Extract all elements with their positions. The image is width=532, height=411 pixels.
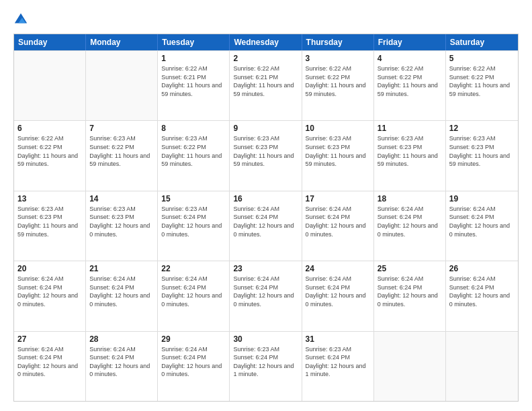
header-day-monday: Monday [86, 34, 158, 50]
day-info: Sunrise: 6:22 AM Sunset: 6:22 PM Dayligh… [378, 64, 442, 98]
day-info: Sunrise: 6:23 AM Sunset: 6:23 PM Dayligh… [306, 134, 370, 168]
empty-cell [86, 51, 158, 120]
day-number: 11 [378, 124, 442, 133]
day-number: 12 [449, 124, 515, 133]
day-cell-17: 17Sunrise: 6:24 AM Sunset: 6:24 PM Dayli… [302, 191, 374, 261]
week-row-3: 13Sunrise: 6:23 AM Sunset: 6:23 PM Dayli… [14, 191, 518, 261]
day-info: Sunrise: 6:24 AM Sunset: 6:24 PM Dayligh… [233, 205, 298, 238]
day-cell-3: 3Sunrise: 6:22 AM Sunset: 6:22 PM Daylig… [302, 51, 374, 120]
day-info: Sunrise: 6:24 AM Sunset: 6:24 PM Dayligh… [449, 205, 515, 238]
day-number: 16 [233, 194, 298, 203]
day-cell-24: 24Sunrise: 6:24 AM Sunset: 6:24 PM Dayli… [302, 261, 374, 330]
logo-icon [13, 12, 28, 27]
week-row-2: 6Sunrise: 6:22 AM Sunset: 6:22 PM Daylig… [14, 120, 518, 190]
calendar-grid: SundayMondayTuesdayWednesdayThursdayFrid… [13, 34, 519, 402]
day-cell-20: 20Sunrise: 6:24 AM Sunset: 6:24 PM Dayli… [14, 261, 86, 330]
day-info: Sunrise: 6:24 AM Sunset: 6:24 PM Dayligh… [378, 205, 442, 238]
header-day-sunday: Sunday [14, 34, 86, 50]
day-info: Sunrise: 6:22 AM Sunset: 6:22 PM Dayligh… [17, 134, 82, 168]
day-info: Sunrise: 6:24 AM Sunset: 6:24 PM Dayligh… [233, 275, 298, 308]
day-info: Sunrise: 6:23 AM Sunset: 6:22 PM Dayligh… [161, 134, 226, 168]
day-cell-1: 1Sunrise: 6:22 AM Sunset: 6:21 PM Daylig… [158, 51, 230, 120]
day-number: 25 [378, 264, 442, 273]
day-cell-28: 28Sunrise: 6:24 AM Sunset: 6:24 PM Dayli… [86, 332, 158, 401]
day-info: Sunrise: 6:23 AM Sunset: 6:22 PM Dayligh… [89, 134, 154, 168]
day-number: 13 [17, 194, 82, 203]
day-number: 23 [233, 264, 298, 273]
day-number: 20 [17, 264, 82, 273]
week-row-1: 1Sunrise: 6:22 AM Sunset: 6:21 PM Daylig… [14, 50, 518, 120]
day-info: Sunrise: 6:24 AM Sunset: 6:24 PM Dayligh… [378, 275, 442, 308]
day-number: 9 [233, 124, 298, 133]
day-number: 2 [233, 54, 298, 63]
day-info: Sunrise: 6:24 AM Sunset: 6:24 PM Dayligh… [17, 345, 82, 379]
day-info: Sunrise: 6:22 AM Sunset: 6:22 PM Dayligh… [306, 64, 370, 98]
header-day-tuesday: Tuesday [158, 34, 230, 50]
day-info: Sunrise: 6:23 AM Sunset: 6:23 PM Dayligh… [378, 134, 442, 168]
day-number: 14 [89, 194, 154, 203]
day-info: Sunrise: 6:24 AM Sunset: 6:24 PM Dayligh… [449, 275, 515, 308]
header-day-friday: Friday [374, 34, 446, 50]
day-number: 18 [378, 194, 442, 203]
day-number: 22 [161, 264, 226, 273]
empty-cell [374, 332, 446, 401]
page-header [13, 12, 519, 27]
day-number: 24 [306, 264, 370, 273]
day-number: 7 [89, 124, 154, 133]
day-cell-21: 21Sunrise: 6:24 AM Sunset: 6:24 PM Dayli… [86, 261, 158, 330]
day-cell-31: 31Sunrise: 6:23 AM Sunset: 6:24 PM Dayli… [302, 332, 374, 401]
day-cell-4: 4Sunrise: 6:22 AM Sunset: 6:22 PM Daylig… [374, 51, 446, 120]
day-info: Sunrise: 6:22 AM Sunset: 6:21 PM Dayligh… [233, 64, 298, 98]
day-info: Sunrise: 6:23 AM Sunset: 6:24 PM Dayligh… [306, 345, 370, 379]
calendar-page: SundayMondayTuesdayWednesdayThursdayFrid… [0, 0, 532, 411]
day-number: 26 [449, 264, 515, 273]
day-info: Sunrise: 6:24 AM Sunset: 6:24 PM Dayligh… [17, 275, 82, 308]
day-cell-11: 11Sunrise: 6:23 AM Sunset: 6:23 PM Dayli… [374, 121, 446, 190]
day-number: 8 [161, 124, 226, 133]
day-cell-25: 25Sunrise: 6:24 AM Sunset: 6:24 PM Dayli… [374, 261, 446, 330]
day-number: 31 [306, 334, 370, 344]
day-info: Sunrise: 6:24 AM Sunset: 6:24 PM Dayligh… [161, 275, 226, 308]
day-info: Sunrise: 6:24 AM Sunset: 6:24 PM Dayligh… [306, 275, 370, 308]
week-row-5: 27Sunrise: 6:24 AM Sunset: 6:24 PM Dayli… [14, 331, 518, 401]
header-day-thursday: Thursday [302, 34, 374, 50]
day-number: 10 [306, 124, 370, 133]
empty-cell [14, 51, 86, 120]
day-cell-12: 12Sunrise: 6:23 AM Sunset: 6:23 PM Dayli… [446, 121, 518, 190]
header-day-saturday: Saturday [446, 34, 518, 50]
day-cell-10: 10Sunrise: 6:23 AM Sunset: 6:23 PM Dayli… [302, 121, 374, 190]
day-info: Sunrise: 6:24 AM Sunset: 6:24 PM Dayligh… [161, 345, 226, 379]
day-cell-5: 5Sunrise: 6:22 AM Sunset: 6:22 PM Daylig… [446, 51, 518, 120]
day-info: Sunrise: 6:24 AM Sunset: 6:24 PM Dayligh… [306, 205, 370, 238]
day-number: 27 [17, 334, 82, 344]
day-cell-16: 16Sunrise: 6:24 AM Sunset: 6:24 PM Dayli… [230, 191, 302, 261]
day-cell-30: 30Sunrise: 6:23 AM Sunset: 6:24 PM Dayli… [230, 332, 302, 401]
day-info: Sunrise: 6:23 AM Sunset: 6:23 PM Dayligh… [89, 205, 154, 238]
day-number: 30 [233, 334, 298, 344]
day-info: Sunrise: 6:22 AM Sunset: 6:22 PM Dayligh… [449, 64, 515, 98]
day-cell-6: 6Sunrise: 6:22 AM Sunset: 6:22 PM Daylig… [14, 121, 86, 190]
day-info: Sunrise: 6:23 AM Sunset: 6:23 PM Dayligh… [449, 134, 515, 168]
day-info: Sunrise: 6:23 AM Sunset: 6:24 PM Dayligh… [161, 205, 226, 238]
day-info: Sunrise: 6:23 AM Sunset: 6:23 PM Dayligh… [233, 134, 298, 168]
day-cell-22: 22Sunrise: 6:24 AM Sunset: 6:24 PM Dayli… [158, 261, 230, 330]
calendar-body: 1Sunrise: 6:22 AM Sunset: 6:21 PM Daylig… [14, 50, 518, 401]
day-number: 3 [306, 54, 370, 63]
day-number: 17 [306, 194, 370, 203]
header-day-wednesday: Wednesday [230, 34, 302, 50]
day-info: Sunrise: 6:23 AM Sunset: 6:23 PM Dayligh… [17, 205, 82, 238]
day-info: Sunrise: 6:22 AM Sunset: 6:21 PM Dayligh… [161, 64, 226, 98]
day-number: 21 [89, 264, 154, 273]
day-number: 19 [449, 194, 515, 203]
day-number: 5 [449, 54, 515, 63]
day-cell-27: 27Sunrise: 6:24 AM Sunset: 6:24 PM Dayli… [14, 332, 86, 401]
calendar-header-row: SundayMondayTuesdayWednesdayThursdayFrid… [14, 34, 518, 50]
day-cell-9: 9Sunrise: 6:23 AM Sunset: 6:23 PM Daylig… [230, 121, 302, 190]
day-info: Sunrise: 6:24 AM Sunset: 6:24 PM Dayligh… [89, 275, 154, 308]
day-number: 1 [161, 54, 226, 63]
day-info: Sunrise: 6:23 AM Sunset: 6:24 PM Dayligh… [233, 345, 298, 379]
day-number: 4 [378, 54, 442, 63]
day-cell-8: 8Sunrise: 6:23 AM Sunset: 6:22 PM Daylig… [158, 121, 230, 190]
logo [13, 12, 31, 27]
day-cell-2: 2Sunrise: 6:22 AM Sunset: 6:21 PM Daylig… [230, 51, 302, 120]
